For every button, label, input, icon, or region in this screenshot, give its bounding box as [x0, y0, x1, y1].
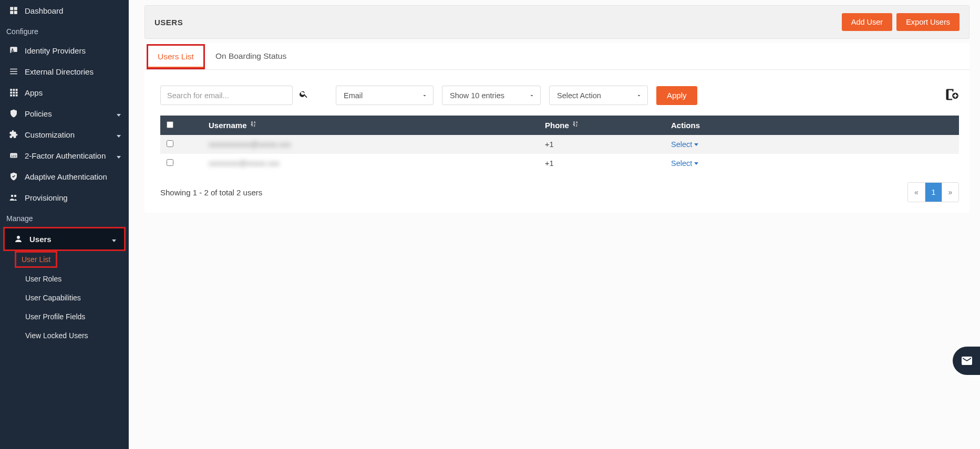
svg-rect-7	[10, 89, 12, 91]
chevron-down-icon	[117, 151, 121, 160]
pagination: « 1 »	[907, 182, 959, 202]
floating-help-button[interactable]	[953, 347, 980, 375]
sidebar-item-label: Provisioning	[25, 193, 68, 202]
svg-rect-15	[16, 95, 18, 97]
sidebar-item-label: Identity Providers	[25, 46, 86, 55]
sidebar-item-label: Policies	[25, 109, 52, 118]
number-icon: 123	[8, 151, 19, 160]
select-all-checkbox[interactable]	[167, 121, 173, 128]
sidebar: Dashboard Configure Identity Providers E…	[0, 0, 129, 449]
svg-rect-10	[10, 92, 12, 94]
svg-rect-5	[10, 71, 17, 72]
tab-users-list[interactable]: Users List	[148, 46, 203, 68]
username-cell: xxxxxxxxxxx@xxxxx.xxx	[209, 140, 291, 149]
svg-text:Z: Z	[576, 124, 577, 127]
shield-icon	[8, 109, 19, 118]
apps-grid-icon	[8, 88, 19, 97]
entries-dropdown[interactable]: Show 10 entries	[442, 86, 541, 105]
svg-text:A: A	[254, 121, 256, 124]
sidebar-item-identity-providers[interactable]: Identity Providers	[0, 40, 129, 61]
add-device-icon[interactable]	[944, 87, 959, 103]
svg-rect-14	[13, 95, 15, 97]
page-prev-button[interactable]: «	[908, 183, 925, 202]
users-table-wrap: Username AZ Phone AZ Actions	[145, 116, 969, 173]
users-table: Username AZ Phone AZ Actions	[160, 116, 959, 173]
col-username[interactable]: Username AZ	[202, 116, 539, 135]
svg-rect-4	[10, 69, 17, 70]
sidebar-sub-label: User Roles	[25, 275, 61, 283]
svg-text:123: 123	[11, 154, 17, 158]
apply-button[interactable]: Apply	[656, 86, 697, 105]
table-row: xxxxxxxx@xxxxx.xxx +1 Select	[160, 154, 959, 173]
export-users-button[interactable]: Export Users	[896, 13, 960, 31]
sidebar-item-adaptive-auth[interactable]: Adaptive Authentication	[0, 166, 129, 187]
col-actions: Actions	[665, 116, 959, 135]
sidebar-item-label: Adaptive Authentication	[25, 172, 107, 181]
svg-point-18	[11, 195, 14, 197]
users-cog-icon	[8, 193, 19, 202]
svg-point-20	[17, 236, 20, 239]
panel-header: USERS Add User Export Users	[145, 5, 969, 39]
sidebar-item-external-directories[interactable]: External Directories	[0, 61, 129, 82]
sidebar-item-provisioning[interactable]: Provisioning	[0, 187, 129, 208]
bulk-action-dropdown[interactable]: Select Action	[549, 86, 648, 105]
sidebar-item-apps[interactable]: Apps	[0, 82, 129, 103]
col-header-label: Username	[209, 121, 247, 130]
sidebar-item-label: 2-Factor Authentication	[25, 151, 106, 160]
row-checkbox[interactable]	[167, 140, 173, 147]
sidebar-item-users[interactable]: Users	[3, 227, 126, 251]
col-phone[interactable]: Phone AZ	[539, 116, 665, 135]
sidebar-sub-user-roles[interactable]: User Roles	[21, 269, 129, 288]
sidebar-sub-label: User Capabilities	[25, 294, 81, 302]
search-icon[interactable]	[299, 89, 308, 101]
row-action-select[interactable]: Select	[671, 140, 698, 149]
col-header-label: Phone	[545, 121, 569, 130]
sidebar-item-policies[interactable]: Policies	[0, 103, 129, 124]
sidebar-sub-user-profile-fields[interactable]: User Profile Fields	[21, 307, 129, 326]
chevron-down-icon	[117, 109, 121, 118]
sidebar-sub-user-capabilities[interactable]: User Capabilities	[21, 288, 129, 307]
table-footer: Showing 1 - 2 of total 2 users « 1 »	[145, 173, 969, 213]
showing-text: Showing 1 - 2 of total 2 users	[160, 188, 262, 197]
page-next-button[interactable]: »	[942, 183, 958, 202]
sidebar-section-configure: Configure	[0, 21, 129, 40]
svg-rect-0	[10, 7, 13, 10]
row-checkbox[interactable]	[167, 159, 173, 166]
sidebar-item-label: Dashboard	[25, 6, 63, 15]
svg-rect-8	[13, 89, 15, 91]
tab-onboarding-status[interactable]: On Boarding Status	[205, 43, 297, 69]
sidebar-item-dashboard[interactable]: Dashboard	[0, 0, 129, 21]
user-icon	[13, 234, 24, 244]
sidebar-item-label: Customization	[25, 130, 75, 139]
row-action-select[interactable]: Select	[671, 159, 698, 168]
svg-rect-1	[14, 7, 17, 10]
sidebar-item-label: Apps	[25, 88, 43, 97]
dashboard-icon	[8, 6, 19, 15]
filter-field-dropdown[interactable]: Email	[336, 86, 434, 105]
sidebar-sub-user-list[interactable]: User List	[21, 251, 129, 269]
sidebar-item-label: Users	[29, 235, 51, 244]
sidebar-section-manage: Manage	[0, 208, 129, 227]
svg-rect-2	[10, 11, 13, 14]
row-action-label: Select	[671, 159, 692, 168]
svg-rect-9	[16, 89, 18, 91]
add-user-button[interactable]: Add User	[842, 13, 892, 31]
sort-icon: AZ	[572, 121, 579, 128]
users-submenu: User List User Roles User Capabilities U…	[0, 251, 129, 345]
svg-text:A: A	[576, 121, 578, 124]
svg-point-19	[14, 195, 17, 197]
sidebar-sub-view-locked-users[interactable]: View Locked Users	[21, 326, 129, 345]
main-content: USERS Add User Export Users Users List O…	[129, 0, 980, 449]
shield-check-icon	[8, 172, 19, 181]
sidebar-item-2fa[interactable]: 123 2-Factor Authentication	[0, 145, 129, 166]
page-1-button[interactable]: 1	[925, 183, 942, 202]
table-row: xxxxxxxxxxx@xxxxx.xxx +1 Select	[160, 135, 959, 154]
caret-down-icon	[694, 143, 698, 146]
sidebar-sub-label: View Locked Users	[25, 331, 88, 340]
svg-rect-13	[10, 95, 12, 97]
sidebar-item-label: External Directories	[25, 67, 94, 76]
svg-rect-3	[14, 11, 17, 14]
search-input[interactable]	[160, 86, 293, 105]
sidebar-item-customization[interactable]: Customization	[0, 124, 129, 145]
tabs: Users List On Boarding Status	[145, 43, 969, 70]
